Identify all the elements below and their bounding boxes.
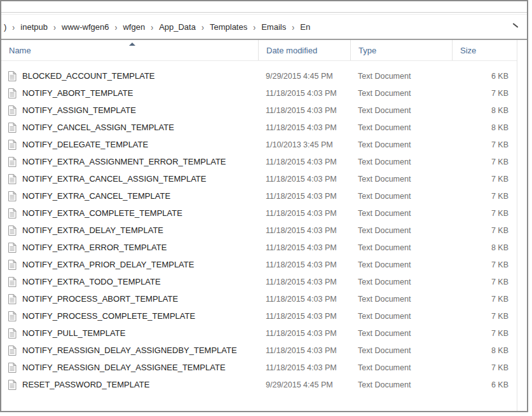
file-name-cell: NOTIFY_EXTRA_CANCEL_TEMPLATE	[1, 191, 258, 201]
breadcrumb-item[interactable]: Templates	[209, 21, 248, 33]
file-name-label: NOTIFY_PROCESS_ABORT_TEMPLATE	[22, 294, 178, 304]
file-date-modified: 11/18/2015 4:03 PM	[258, 123, 350, 132]
file-type: Text Document	[350, 72, 452, 81]
file-name-label: NOTIFY_EXTRA_PRIOR_DELAY_TEMPLATE	[22, 260, 194, 269]
text-document-icon	[8, 260, 17, 270]
file-row[interactable]: NOTIFY_PROCESS_ABORT_TEMPLATE 11/18/2015…	[1, 290, 517, 307]
file-date-modified: 9/29/2015 4:45 PM	[258, 72, 350, 81]
file-date-modified: 11/18/2015 4:03 PM	[258, 363, 350, 372]
file-type: Text Document	[350, 346, 452, 355]
text-document-icon	[8, 328, 17, 339]
file-name-cell: NOTIFY_EXTRA_PRIOR_DELAY_TEMPLATE	[1, 260, 258, 270]
file-type: Text Document	[350, 158, 452, 166]
file-row[interactable]: NOTIFY_EXTRA_CANCEL_ASSIGN_TEMPLATE 11/1…	[1, 170, 517, 187]
file-type: Text Document	[350, 123, 452, 132]
breadcrumb-item[interactable]: App_Data	[158, 21, 196, 33]
chevron-right-icon: ›	[253, 22, 256, 32]
file-date-modified: 11/18/2015 4:03 PM	[258, 226, 350, 235]
file-type: Text Document	[350, 192, 452, 201]
file-row[interactable]: NOTIFY_EXTRA_DELAY_TEMPLATE 11/18/2015 4…	[1, 222, 517, 239]
file-date-modified: 11/18/2015 4:03 PM	[258, 89, 350, 98]
file-name-label: NOTIFY_REASSIGN_DELAY_ASSIGNEDBY_TEMPLAT…	[22, 346, 237, 355]
file-name-label: NOTIFY_DELEGATE_TEMPLATE	[22, 140, 148, 149]
file-name-label: NOTIFY_ABORT_TEMPLATE	[22, 88, 133, 98]
file-type: Text Document	[350, 226, 452, 235]
breadcrumb-item[interactable]: )	[3, 21, 7, 33]
file-type: Text Document	[350, 209, 452, 218]
chevron-right-icon: ›	[12, 22, 15, 32]
file-name-label: NOTIFY_EXTRA_CANCEL_ASSIGN_TEMPLATE	[22, 174, 206, 184]
file-size: 7 KB	[452, 209, 517, 218]
file-name-label: NOTIFY_REASSIGN_DELAY_ASSIGNEE_TEMPLATE	[22, 363, 226, 372]
file-type: Text Document	[350, 260, 452, 269]
file-row[interactable]: NOTIFY_EXTRA_ERROR_TEMPLATE 11/18/2015 4…	[1, 239, 517, 256]
column-header-label: Name	[9, 46, 31, 55]
file-size: 7 KB	[452, 278, 517, 286]
file-row[interactable]: NOTIFY_PULL_TEMPLATE 11/18/2015 4:03 PM …	[1, 325, 517, 342]
toolbar-divider	[1, 12, 527, 13]
text-document-icon	[8, 123, 17, 133]
file-name-label: NOTIFY_EXTRA_ASSIGNMENT_ERROR_TEMPLATE	[22, 157, 226, 166]
file-name-cell: BLOCKED_ACCOUNT_TEMPLATE	[1, 71, 258, 81]
file-size: 7 KB	[452, 295, 517, 304]
list-right-border	[517, 40, 517, 411]
column-header-name[interactable]: Name	[1, 40, 258, 60]
file-name-label: NOTIFY_PROCESS_COMPLETE_TEMPLATE	[22, 311, 195, 321]
breadcrumb-item[interactable]: Emails	[261, 21, 287, 33]
file-type: Text Document	[350, 175, 452, 184]
file-name-cell: NOTIFY_PULL_TEMPLATE	[1, 328, 258, 339]
file-name-cell: NOTIFY_EXTRA_CANCEL_ASSIGN_TEMPLATE	[1, 174, 258, 184]
file-date-modified: 11/18/2015 4:03 PM	[258, 158, 350, 166]
file-list: BLOCKED_ACCOUNT_TEMPLATE 9/29/2015 4:45 …	[1, 62, 517, 393]
file-name-cell: NOTIFY_EXTRA_ASSIGNMENT_ERROR_TEMPLATE	[1, 157, 258, 167]
file-date-modified: 11/18/2015 4:03 PM	[258, 106, 350, 115]
file-row[interactable]: NOTIFY_CANCEL_ASSIGN_TEMPLATE 11/18/2015…	[1, 119, 517, 136]
column-header-size[interactable]: Size	[452, 40, 517, 60]
breadcrumb-item[interactable]: En	[299, 21, 311, 33]
file-row[interactable]: NOTIFY_REASSIGN_DELAY_ASSIGNEDBY_TEMPLAT…	[1, 342, 517, 359]
file-type: Text Document	[350, 363, 452, 372]
file-date-modified: 11/18/2015 4:03 PM	[258, 312, 350, 321]
breadcrumb-item[interactable]: www-wfgen6	[61, 21, 109, 33]
breadcrumb-item[interactable]: inetpub	[20, 21, 48, 33]
chevron-right-icon: ›	[292, 22, 294, 32]
file-row[interactable]: NOTIFY_PROCESS_COMPLETE_TEMPLATE 11/18/2…	[1, 307, 517, 325]
file-name-cell: NOTIFY_REASSIGN_DELAY_ASSIGNEDBY_TEMPLAT…	[1, 346, 258, 356]
file-row[interactable]: NOTIFY_EXTRA_CANCEL_TEMPLATE 11/18/2015 …	[1, 187, 517, 205]
file-size: 7 KB	[452, 140, 517, 149]
file-date-modified: 9/29/2015 4:45 PM	[258, 380, 350, 389]
file-date-modified: 11/18/2015 4:03 PM	[258, 243, 350, 252]
chevron-right-icon: ›	[53, 22, 56, 32]
file-name-label: BLOCKED_ACCOUNT_TEMPLATE	[22, 71, 155, 81]
file-row[interactable]: NOTIFY_EXTRA_TODO_TEMPLATE 11/18/2015 4:…	[1, 273, 517, 290]
file-row[interactable]: NOTIFY_ASSIGN_TEMPLATE 11/18/2015 4:03 P…	[1, 102, 517, 119]
file-row[interactable]: NOTIFY_ABORT_TEMPLATE 11/18/2015 4:03 PM…	[1, 84, 517, 102]
column-header-label: Type	[358, 46, 376, 55]
column-header-type[interactable]: Type	[350, 40, 452, 60]
text-document-icon	[8, 140, 17, 150]
file-size: 7 KB	[452, 363, 517, 372]
file-size: 7 KB	[452, 329, 517, 338]
file-name-cell: NOTIFY_ABORT_TEMPLATE	[1, 88, 258, 98]
text-document-icon	[8, 208, 17, 218]
text-document-icon	[8, 311, 17, 321]
file-size: 6 KB	[452, 380, 517, 389]
file-date-modified: 11/18/2015 4:03 PM	[258, 260, 350, 269]
file-name-label: NOTIFY_ASSIGN_TEMPLATE	[22, 105, 136, 115]
file-size: 8 KB	[452, 123, 517, 132]
file-row[interactable]: NOTIFY_REASSIGN_DELAY_ASSIGNEE_TEMPLATE …	[1, 359, 517, 376]
file-date-modified: 11/18/2015 4:03 PM	[258, 295, 350, 304]
column-header-date-modified[interactable]: Date modified	[258, 40, 350, 60]
file-row[interactable]: BLOCKED_ACCOUNT_TEMPLATE 9/29/2015 4:45 …	[1, 67, 517, 84]
file-row[interactable]: RESET_PASSWORD_TEMPLATE 9/29/2015 4:45 P…	[1, 376, 517, 393]
file-name-label: NOTIFY_EXTRA_DELAY_TEMPLATE	[22, 225, 163, 235]
file-name-cell: NOTIFY_PROCESS_COMPLETE_TEMPLATE	[1, 311, 258, 321]
file-row[interactable]: NOTIFY_EXTRA_ASSIGNMENT_ERROR_TEMPLATE 1…	[1, 153, 517, 170]
file-row[interactable]: NOTIFY_DELEGATE_TEMPLATE 1/10/2013 3:45 …	[1, 136, 517, 153]
file-size: 7 KB	[452, 312, 517, 321]
text-document-icon	[8, 105, 17, 116]
breadcrumb-item[interactable]: wfgen	[122, 21, 146, 33]
text-document-icon	[8, 174, 17, 184]
file-row[interactable]: NOTIFY_EXTRA_PRIOR_DELAY_TEMPLATE 11/18/…	[1, 256, 517, 273]
file-row[interactable]: NOTIFY_EXTRA_COMPLETE_TEMPLATE 11/18/201…	[1, 205, 517, 222]
